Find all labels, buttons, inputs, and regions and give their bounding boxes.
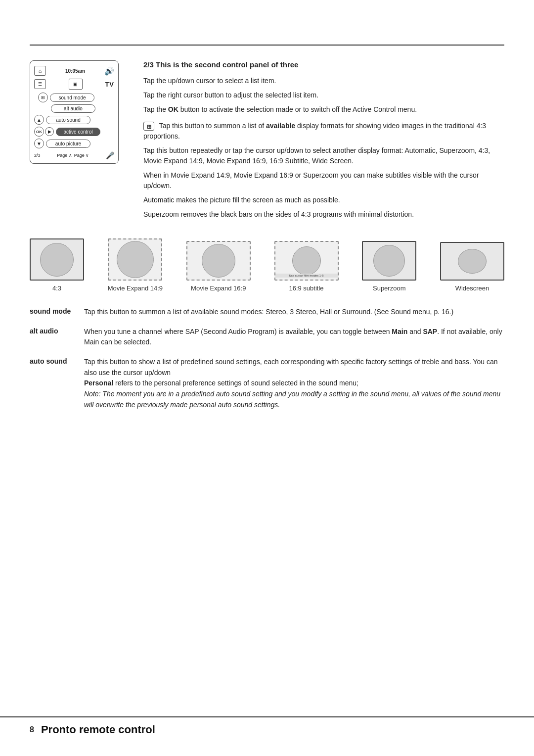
active-control-btn: active control <box>56 128 100 136</box>
subtitle-overlay-text: Use cursor film modes 1-5 <box>275 274 338 278</box>
auto-sound-btn: auto sound <box>46 116 90 124</box>
term-alt-audio: alt audio <box>30 327 84 335</box>
home-icon: ⌂ <box>34 66 46 76</box>
section-title: This is the second control panel of thre… <box>156 60 298 69</box>
circle-43 <box>40 243 74 277</box>
down-arrow-icon: ▼ <box>34 139 44 148</box>
label-169sub: 16:9 subtitle <box>289 284 323 292</box>
page-down-btn: Page ∨ <box>74 153 89 158</box>
desc-sound-mode: sound mode Tap this button to summon a l… <box>30 307 504 318</box>
circle-me149 <box>117 241 154 278</box>
intro-para-1: Tap the up/down cursor to select a list … <box>143 76 504 86</box>
sound-mode-icon: ⊞ <box>38 93 48 102</box>
frame-me149 <box>108 238 162 281</box>
right-arrow-btn: ▶ <box>45 127 54 136</box>
remote-page-number: 2/3 <box>34 153 41 158</box>
page-up-btn: Page ∧ <box>57 153 72 158</box>
superzoom-note: Superzoom removes the black bars on the … <box>143 209 504 220</box>
body-auto-sound: Tap this button to show a list of predef… <box>84 357 504 410</box>
term-sound-mode: sound mode <box>30 307 84 315</box>
desc-auto-sound: auto sound Tap this button to show a lis… <box>30 357 504 410</box>
desc-alt-audio: alt audio When you tune a channel where … <box>30 327 504 348</box>
label-me169: Movie Expand 16:9 <box>191 284 246 292</box>
format-icon: ⊞ <box>143 122 154 131</box>
alt-audio-btn: alt audio <box>51 104 95 113</box>
frame-43 <box>30 238 84 281</box>
mic-icon: 🎤 <box>106 151 114 159</box>
body-alt-audio: When you tune a channel where SAP (Secon… <box>84 327 504 348</box>
text-content: 2/3 This is the second control panel of … <box>143 60 504 224</box>
frame-169sub: Use cursor film modes 1-5 <box>274 241 339 281</box>
format-repeat-info: Tap this button repeatedly or tap the cu… <box>143 145 504 166</box>
frame-me169 <box>186 241 251 281</box>
menu-icon: ☰ <box>34 79 46 89</box>
circle-me169 <box>202 244 235 278</box>
circle-widescreen <box>458 249 487 274</box>
label-me149: Movie Expand 14:9 <box>108 284 163 292</box>
body-sound-mode: Tap this button to summon a list of avai… <box>84 307 504 318</box>
format-intro: ⊞ Tap this button to summon a list of av… <box>143 121 504 142</box>
remote-time: 10:05am <box>65 68 85 74</box>
sound-mode-btn: sound mode <box>50 94 94 102</box>
intro-para-3: Tap the OK button to activate the select… <box>143 104 504 115</box>
tv-label: TV <box>105 81 114 88</box>
automatic-note: Automatic makes the picture fill the scr… <box>143 195 504 205</box>
format-images-row: 4:3 Movie Expand 14:9 Movie Expand 16:9 … <box>0 224 534 292</box>
section-number: 2/3 <box>143 60 154 69</box>
frame-widescreen <box>440 242 504 281</box>
format-superzoom: Superzoom <box>362 241 416 292</box>
format-me149: Movie Expand 14:9 <box>108 238 163 292</box>
auto-picture-btn: auto picture <box>46 140 90 148</box>
footer-title: Pronto remote control <box>41 723 155 736</box>
ok-btn: OK <box>34 127 44 137</box>
screen-icon: ▣ <box>69 79 83 90</box>
circle-superzoom <box>373 245 405 277</box>
format-169sub: Use cursor film modes 1-5 16:9 subtitle <box>274 241 339 292</box>
section-header: 2/3 This is the second control panel of … <box>143 60 504 69</box>
format-widescreen: Widescreen <box>440 242 504 292</box>
remote-box: ⌂ 10:05am 🔊 ☰ ▣ TV ⊞ sound mode alt audi… <box>30 60 119 164</box>
descriptions-section: sound mode Tap this button to summon a l… <box>0 292 534 411</box>
up-arrow-icon: ▲ <box>34 115 44 125</box>
frame-superzoom <box>362 241 416 281</box>
label-widescreen: Widescreen <box>455 284 490 292</box>
movie-expand-note: When in Movie Expand 14:9, Movie Expand … <box>143 170 504 191</box>
circle-169sub <box>292 246 321 275</box>
intro-para-2: Tap the right cursor button to adjust th… <box>143 90 504 100</box>
label-superzoom: Superzoom <box>373 284 405 292</box>
format-me169: Movie Expand 16:9 <box>186 241 251 292</box>
speaker-icon: 🔊 <box>104 66 114 76</box>
footer: 8 Pronto remote control <box>0 716 534 736</box>
term-auto-sound: auto sound <box>30 357 84 365</box>
format-43: 4:3 <box>30 238 84 292</box>
remote-diagram: ⌂ 10:05am 🔊 ☰ ▣ TV ⊞ sound mode alt audi… <box>30 60 129 224</box>
label-43: 4:3 <box>52 284 61 292</box>
footer-page-number: 8 <box>30 725 34 734</box>
